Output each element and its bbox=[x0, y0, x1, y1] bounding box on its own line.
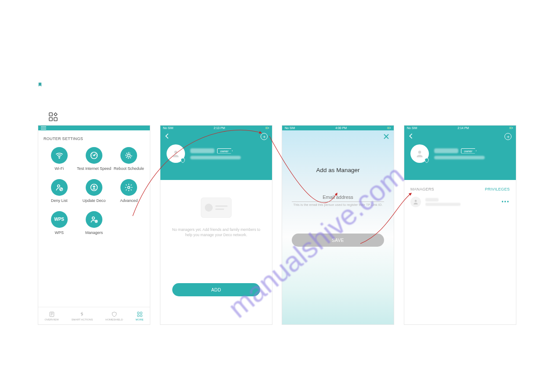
nav-homeshield[interactable]: HOMESHIELD bbox=[105, 311, 123, 321]
manager-email-redacted bbox=[425, 203, 461, 206]
svg-rect-23 bbox=[388, 128, 389, 129]
shield-check-icon bbox=[424, 158, 430, 164]
bottom-nav: OVERVIEW SMART ACTIONS HOMESHIELD MORE bbox=[38, 307, 150, 324]
label: Wi-Fi bbox=[54, 166, 64, 171]
clock: 2:14 PM bbox=[457, 126, 469, 129]
svg-rect-14 bbox=[137, 312, 139, 313]
statusbar: No SIM 2:14 PM bbox=[404, 126, 516, 130]
svg-rect-24 bbox=[390, 128, 391, 129]
id-card-icon bbox=[201, 198, 232, 218]
nav-smart-actions[interactable]: SMART ACTIONS bbox=[71, 311, 93, 321]
hamburger-icon[interactable] bbox=[41, 126, 46, 130]
statusbar: No SIM 2:13 PM bbox=[160, 126, 272, 130]
clock: 4:00 PM bbox=[335, 126, 347, 129]
carrier: No SIM bbox=[163, 126, 173, 129]
label: Test Internet Speed bbox=[77, 166, 111, 171]
nav-overview[interactable]: OVERVIEW bbox=[44, 311, 58, 321]
modal-title: Add as Manager bbox=[282, 167, 394, 173]
label: Advanced bbox=[120, 198, 138, 203]
owner-name-redacted bbox=[434, 148, 458, 153]
manager-avatar bbox=[410, 197, 421, 207]
save-button[interactable]: SAVE bbox=[292, 234, 384, 247]
owner-avatar bbox=[410, 144, 429, 163]
wps-icon: WPS bbox=[51, 211, 68, 228]
status-icons bbox=[387, 126, 391, 129]
modal-bg bbox=[282, 130, 394, 324]
user-block-icon bbox=[51, 179, 68, 196]
managers-icon bbox=[86, 211, 102, 228]
add-button[interactable]: ADD bbox=[172, 283, 260, 296]
owner-avatar bbox=[167, 144, 185, 163]
empty-message: No managers yet. Add friends and family … bbox=[169, 227, 263, 238]
svg-rect-27 bbox=[512, 128, 513, 129]
power-cycle-icon bbox=[120, 147, 137, 164]
grid-mini-icon bbox=[49, 112, 58, 121]
shield-check-icon bbox=[180, 158, 186, 164]
screen-managers-list: No SIM 2:14 PM ＋ owner bbox=[404, 125, 516, 325]
svg-point-21 bbox=[174, 151, 178, 154]
empty-state: No managers yet. Add friends and family … bbox=[160, 180, 272, 238]
svg-point-10 bbox=[128, 186, 130, 188]
gauge-icon bbox=[86, 147, 102, 164]
bookmark-icon bbox=[38, 81, 42, 85]
label: Managers bbox=[85, 230, 103, 235]
add-manager-button[interactable]: ＋ bbox=[504, 133, 511, 140]
owner-email-redacted bbox=[434, 156, 485, 159]
owner-name-redacted bbox=[190, 148, 214, 153]
svg-rect-16 bbox=[137, 315, 139, 316]
svg-rect-13 bbox=[50, 312, 54, 316]
nav-more[interactable]: MORE bbox=[136, 311, 144, 321]
status-icons bbox=[509, 126, 513, 129]
label: Update Deco bbox=[83, 198, 106, 203]
add-manager-button[interactable]: ＋ bbox=[261, 133, 268, 140]
svg-rect-0 bbox=[49, 113, 52, 116]
back-button[interactable] bbox=[409, 133, 413, 140]
screen-add-manager: No SIM 4:00 PM Add as Manager This is th… bbox=[282, 125, 394, 325]
tab-managers[interactable]: MANAGERS bbox=[410, 187, 434, 191]
nav-label: OVERVIEW bbox=[44, 318, 58, 321]
header: ＋ owner bbox=[404, 130, 516, 180]
more-actions-button[interactable]: ••• bbox=[501, 199, 510, 205]
setting-advanced[interactable]: Advanced bbox=[112, 179, 146, 203]
settings-grid: Wi-Fi Test Internet Speed Reboot Schedul… bbox=[38, 145, 150, 235]
topbar bbox=[38, 126, 150, 130]
carrier: No SIM bbox=[285, 126, 295, 129]
nav-label: SMART ACTIONS bbox=[71, 318, 93, 321]
owner-badge: owner bbox=[217, 148, 232, 154]
label: Deny List bbox=[51, 198, 68, 203]
setting-wifi[interactable]: Wi-Fi bbox=[42, 147, 76, 171]
owner-badge: owner bbox=[461, 148, 476, 154]
manager-row[interactable]: ••• bbox=[404, 195, 516, 209]
svg-point-29 bbox=[415, 200, 417, 202]
setting-deny-list[interactable]: Deny List bbox=[42, 179, 76, 203]
svg-rect-15 bbox=[140, 312, 142, 313]
setting-managers[interactable]: Managers bbox=[76, 211, 111, 235]
wifi-icon bbox=[51, 147, 68, 164]
back-button[interactable] bbox=[165, 133, 169, 140]
gear-icon bbox=[120, 179, 137, 196]
tabs: MANAGERS PRIVILEGES bbox=[404, 180, 516, 195]
svg-rect-17 bbox=[140, 315, 142, 316]
setting-reboot-schedule[interactable]: Reboot Schedule bbox=[112, 147, 146, 171]
clock: 2:13 PM bbox=[214, 126, 225, 129]
owner-row: owner bbox=[404, 143, 516, 163]
nav-label: MORE bbox=[136, 318, 144, 321]
setting-test-speed[interactable]: Test Internet Speed bbox=[76, 147, 111, 171]
close-button[interactable] bbox=[383, 133, 389, 141]
statusbar: No SIM 4:00 PM bbox=[282, 126, 394, 130]
screen-managers-empty: No SIM 2:13 PM ＋ owner bbox=[160, 125, 272, 325]
svg-point-5 bbox=[94, 155, 94, 156]
tab-privileges[interactable]: PRIVILEGES bbox=[485, 187, 510, 191]
upload-icon bbox=[86, 179, 102, 196]
owner-email-redacted bbox=[190, 156, 241, 159]
svg-rect-19 bbox=[266, 128, 268, 129]
hint-text: This is the email this person used to re… bbox=[292, 203, 384, 207]
setting-wps[interactable]: WPS WPS bbox=[42, 211, 76, 235]
svg-rect-1 bbox=[49, 118, 52, 121]
svg-point-3 bbox=[59, 158, 60, 158]
owner-row: owner bbox=[160, 143, 272, 163]
setting-update-deco[interactable]: Update Deco bbox=[76, 179, 111, 203]
svg-rect-2 bbox=[54, 118, 57, 121]
status-icons bbox=[265, 126, 269, 129]
email-input[interactable] bbox=[292, 193, 384, 202]
